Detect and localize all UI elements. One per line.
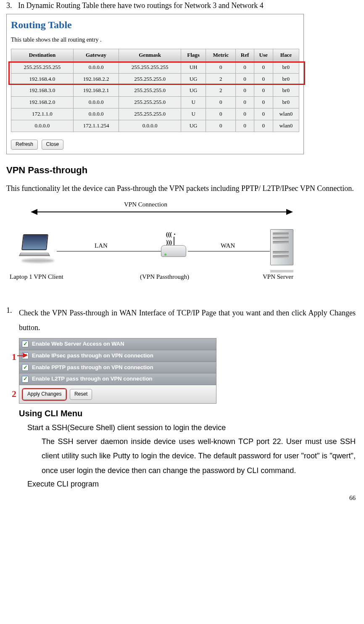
arrow-1-icon	[23, 353, 28, 358]
check-label: Enable Web Server Access on WAN	[32, 341, 124, 348]
vpn-body: This functionality let the device can Pa…	[6, 181, 356, 196]
col-iface: Iface	[273, 49, 299, 61]
marker-1: 1	[12, 351, 16, 363]
check-row-l2tp: ✓Enable L2TP pass through on VPN connect…	[19, 373, 216, 385]
cli-para1: The SSH server daemon inside device uses…	[42, 434, 356, 478]
wan-line	[188, 251, 270, 251]
label-laptop: Laptop 1 VPN Client	[10, 273, 63, 281]
table-cell: 0	[254, 73, 273, 85]
table-row: 192.168.2.00.0.0.0255.255.255.0U000br0	[11, 97, 299, 108]
label-wan: WAN	[221, 242, 235, 250]
vpn-connection-arrow	[32, 212, 292, 212]
table-cell: UH	[181, 61, 206, 73]
laptop-icon	[19, 234, 57, 264]
table-cell: 192.168.4.0	[11, 73, 74, 85]
checkbox-panel: 1 2 ✓Enable Web Server Access on WAN ✓En…	[19, 338, 216, 404]
check-label: Enable IPsec pass through on VPN connect…	[32, 352, 153, 360]
table-cell: 192.168.2.1	[73, 85, 119, 97]
table-row: 192.168.3.0192.168.2.1255.255.255.0UG200…	[11, 85, 299, 97]
table-cell: 255.255.255.0	[119, 73, 181, 85]
table-row: 0.0.0.0172.1.1.2540.0.0.0UG000wlan0	[11, 120, 299, 132]
server-icon	[270, 229, 300, 271]
table-cell: 192.168.3.0	[11, 85, 74, 97]
col-ref: Ref	[236, 49, 254, 61]
apply-changes-button[interactable]: Apply Changes	[23, 389, 66, 400]
routing-table-screenshot: Routing Table This table shows the all r…	[6, 14, 304, 154]
table-cell: 0	[206, 61, 236, 73]
table-cell: 0	[206, 97, 236, 108]
check-label: Enable L2TP pass through on VPN connecti…	[32, 375, 153, 383]
router-icon: ((( ･ )))	[158, 238, 191, 268]
table-cell: 0.0.0.0	[73, 97, 119, 108]
table-row: 172.1.1.00.0.0.0255.255.255.0U000wlan0	[11, 108, 299, 120]
table-cell: wlan0	[273, 108, 299, 120]
table-cell: 0	[254, 85, 273, 97]
page-number: 66	[6, 494, 356, 502]
table-row: 192.168.4.0192.168.2.2255.255.255.0UG200…	[11, 73, 299, 85]
label-vpn-connection: VPN Connection	[124, 201, 167, 209]
table-cell: 255.255.255.0	[119, 108, 181, 120]
col-use: Use	[254, 49, 273, 61]
table-cell: 0	[236, 85, 254, 97]
col-gateway: Gateway	[73, 49, 119, 61]
table-cell: 192.168.2.0	[11, 97, 74, 108]
step1-text: Check the VPN Pass-through in WAN Interf…	[19, 306, 356, 334]
col-metric: Metric	[206, 49, 236, 61]
table-cell: 0	[254, 120, 273, 132]
table-cell: 192.168.2.2	[73, 73, 119, 85]
table-cell: 0	[254, 108, 273, 120]
checkbox-icon[interactable]: ✓	[22, 364, 29, 371]
table-cell: U	[181, 108, 206, 120]
table-cell: 255.255.255.0	[119, 85, 181, 97]
checkbox-icon[interactable]: ✓	[22, 376, 29, 383]
table-cell: br0	[273, 61, 299, 73]
table-cell: 0.0.0.0	[119, 120, 181, 132]
refresh-button[interactable]: Refresh	[11, 140, 38, 150]
reset-button[interactable]: Reset	[70, 389, 92, 400]
routing-table: Destination Gateway Genmask Flags Metric…	[11, 49, 299, 132]
check-row-ipsec: ✓Enable IPsec pass through on VPN connec…	[19, 350, 216, 362]
table-cell: 255.255.255.255	[11, 61, 74, 73]
table-cell: 0	[236, 120, 254, 132]
cli-sub2: Execute CLI program	[27, 479, 356, 489]
arrow-1-line	[17, 355, 23, 356]
cli-heading: Using CLI Menu	[19, 408, 356, 419]
vpn-heading: VPN Pass-through	[6, 164, 356, 177]
table-cell: 0.0.0.0	[11, 120, 74, 132]
col-destination: Destination	[11, 49, 74, 61]
table-cell: br0	[273, 97, 299, 108]
label-server: VPN Server	[263, 273, 293, 281]
table-cell: 0.0.0.0	[73, 61, 119, 73]
check-label: Enable PPTP pass through on VPN connecti…	[32, 364, 153, 371]
table-cell: U	[181, 97, 206, 108]
table-cell: 0	[254, 61, 273, 73]
table-cell: br0	[273, 73, 299, 85]
close-button[interactable]: Close	[42, 140, 64, 150]
vpn-diagram: VPN Connection LAN ((( ･ ))) WAN Laptop …	[6, 201, 356, 293]
lan-line	[57, 251, 162, 251]
table-cell: wlan0	[273, 120, 299, 132]
col-flags: Flags	[181, 49, 206, 61]
check-row-pptp: ✓Enable PPTP pass through on VPN connect…	[19, 362, 216, 374]
table-cell: 0	[236, 108, 254, 120]
routing-subtitle: This table shows the all routing entry .	[11, 36, 299, 44]
table-cell: UG	[181, 73, 206, 85]
table-row: 255.255.255.2550.0.0.0255.255.255.255UH0…	[11, 61, 299, 73]
label-router: (VPN Passthrough)	[140, 273, 189, 281]
step1-number: 1.	[6, 306, 19, 334]
checkbox-icon[interactable]: ✓	[22, 341, 29, 347]
table-cell: 0	[206, 108, 236, 120]
table-cell: br0	[273, 85, 299, 97]
table-cell: 0.0.0.0	[73, 108, 119, 120]
table-cell: UG	[181, 120, 206, 132]
step3-number: 3.	[6, 1, 18, 11]
cli-sub1: Start a SSH(Secure Shell) client session…	[27, 423, 356, 433]
table-cell: 172.1.1.254	[73, 120, 119, 132]
table-cell: 0	[236, 61, 254, 73]
marker-2: 2	[12, 388, 16, 400]
step3-text: In Dynamic Routing Table there have two …	[18, 1, 356, 11]
table-cell: 2	[206, 85, 236, 97]
routing-title: Routing Table	[11, 19, 299, 32]
table-cell: 0	[236, 73, 254, 85]
table-cell: 255.255.255.255	[119, 61, 181, 73]
